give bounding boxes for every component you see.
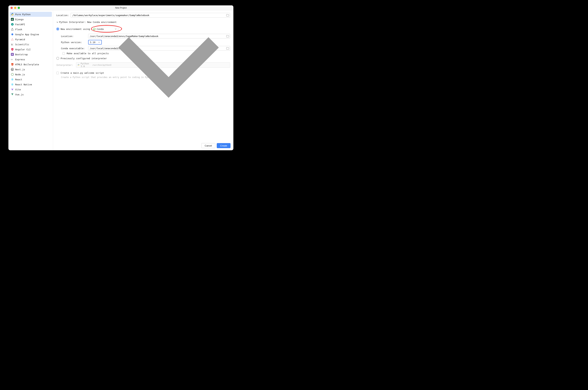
svg-text:B: B [12,53,13,55]
scientific-icon [11,43,14,46]
sidebar-item-label: Pure Python [15,13,31,16]
previous-interp-label: Previously configured interpreter [61,57,107,60]
cancel-button[interactable]: Cancel [201,143,215,148]
sidebar-item-react-native[interactable]: React Native [9,82,52,87]
svg-text:ex: ex [11,58,13,60]
react-native-icon [11,83,14,86]
interpreter-name: Python 3.8 [81,62,91,68]
minimize-icon[interactable] [14,7,16,9]
sidebar-item-label: Scientific [15,43,29,46]
sidebar-item-nextjs[interactable]: N Next.js [9,67,52,72]
svg-text:dj: dj [11,18,13,20]
sidebar-item-pure-python[interactable]: Pure Python [9,12,52,17]
create-main-label: Create a main.py welcome script [61,72,104,74]
create-main-checkbox[interactable] [56,72,59,74]
zoom-icon[interactable] [18,7,20,9]
new-project-window: New Project Pure Python dj Django FastAP [8,5,233,150]
make-available-checkbox[interactable] [62,52,65,55]
window-body: Pure Python dj Django FastAPI Flask [8,10,233,150]
sidebar-item-vuejs[interactable]: Vue.js [9,92,52,97]
create-button[interactable]: Create [217,143,230,148]
react-icon [11,78,14,81]
nextjs-icon: N [11,68,14,71]
python-icon [78,64,80,66]
sidebar-item-react[interactable]: React [9,77,52,82]
sidebar-item-label: Next.js [15,68,25,71]
sidebar-item-label: Pyramid [15,38,25,41]
express-icon: ex [11,58,14,61]
svg-point-12 [12,79,13,80]
interpreter-label: Interpreter: [56,64,74,66]
close-icon[interactable] [10,7,13,9]
sidebar-item-html5[interactable]: 5 HTML5 Boilerplate [9,62,52,67]
traffic-lights [10,7,20,9]
main-panel: Location: Python Interpreter: New Conda … [53,10,233,150]
env-location-label: Location: [61,35,86,38]
svg-text:N: N [12,69,13,70]
sidebar-item-label: Express [15,58,25,61]
folder-icon[interactable] [226,47,229,49]
nodejs-icon [11,73,14,76]
chevron-down-icon [98,41,100,43]
sidebar-item-flask[interactable]: Flask [9,27,52,32]
chevron-down-icon [112,9,225,121]
html5-icon: 5 [11,63,14,66]
sidebar-item-django[interactable]: dj Django [9,17,52,22]
sidebar-item-label: Node.js [15,73,25,76]
sidebar-item-label: FastAPI [15,23,25,26]
make-available-label: Make available to all projects [67,52,109,55]
interpreter-row: Interpreter: Python 3.8 /usr/bin/python3 [56,62,230,68]
python-version-value: 3.10 [90,41,95,44]
django-icon: dj [11,18,14,21]
sidebar-item-label: React [15,78,22,81]
sidebar-item-label: Bootstrap [15,53,28,56]
sidebar-item-angular[interactable]: Angular CLI [9,47,52,52]
sidebar-item-label: Angular CLI [15,48,31,51]
angular-icon [11,48,14,51]
dialog-footer: Cancel Create [201,143,231,148]
chevron-down-icon [56,21,58,23]
conda-icon [93,28,95,30]
interpreter-select[interactable]: Python 3.8 /usr/bin/python3 [76,62,230,68]
python-version-label: Python version: [61,41,86,44]
sidebar-item-label: Google App Engine [15,33,39,36]
vite-icon [11,88,14,91]
google-app-engine-icon [11,33,14,36]
sidebar-item-label: Flask [15,28,22,31]
interpreter-header-label: Python Interpreter: New Conda environmen… [59,21,117,23]
previous-interp-radio[interactable] [56,57,59,60]
new-env-label: New environment using [61,28,90,30]
svg-point-5 [13,40,13,40]
svg-point-3 [11,40,12,40]
project-type-sidebar: Pure Python dj Django FastAPI Flask [8,10,53,150]
sidebar-item-express[interactable]: ex Express [9,57,52,62]
sidebar-item-label: React Native [15,83,32,86]
env-tool-value: Conda [96,28,103,30]
interpreter-path: /usr/bin/python3 [92,64,111,66]
svg-point-20 [93,28,95,30]
folder-icon[interactable] [226,14,229,16]
bootstrap-icon: B [11,53,14,56]
sidebar-item-label: Vite [15,88,21,91]
new-env-radio[interactable] [56,28,59,30]
svg-text:5: 5 [12,64,13,65]
sidebar-item-fastapi[interactable]: FastAPI [9,22,52,27]
svg-point-4 [12,39,12,39]
python-version-select[interactable]: 3.10 [88,40,102,45]
pyramid-icon [11,38,14,41]
flask-icon [11,28,14,31]
conda-exe-label: Conda executable: [61,47,86,50]
sidebar-item-vite[interactable]: Vite [9,87,52,92]
sidebar-item-label: Vue.js [15,93,24,96]
location-label: Location: [56,14,69,17]
sidebar-item-gae[interactable]: Google App Engine [9,32,52,37]
fastapi-icon [11,23,14,26]
sidebar-item-pyramid[interactable]: Pyramid [9,37,52,42]
sidebar-item-nodejs[interactable]: Node.js [9,72,52,77]
folder-icon[interactable] [226,35,229,37]
sidebar-item-label: Django [15,18,24,21]
svg-point-16 [12,84,13,85]
sidebar-item-bootstrap[interactable]: B Bootstrap [9,52,52,57]
vuejs-icon [11,93,14,96]
sidebar-item-scientific[interactable]: Scientific [9,42,52,47]
